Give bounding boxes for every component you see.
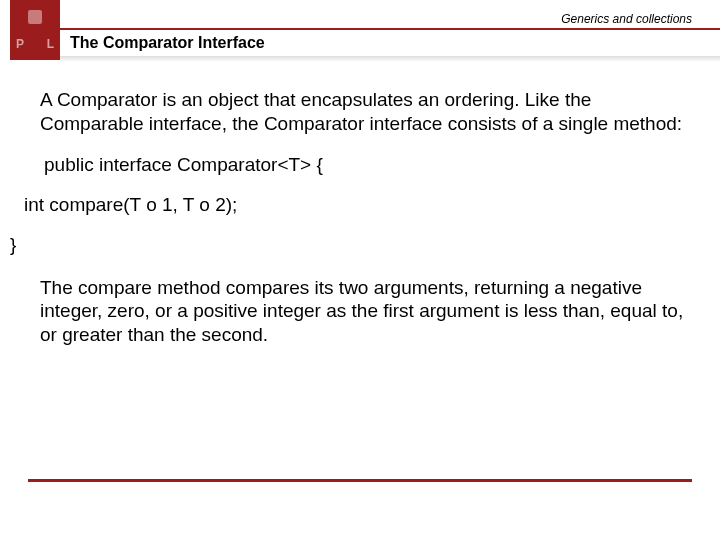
header-rule	[60, 28, 720, 30]
intro-paragraph: A Comparator is an object that encapsula…	[40, 88, 700, 136]
code-line-2: int compare(T o 1, T o 2);	[24, 194, 700, 216]
code-line-1: public interface Comparator<T> {	[44, 154, 700, 176]
slide-content: A Comparator is an object that encapsula…	[0, 88, 720, 347]
shield-icon	[28, 10, 42, 24]
code-line-3: }	[10, 234, 700, 256]
logo-letter-right: L	[47, 38, 54, 50]
logo-icon: P L	[10, 0, 60, 60]
header-shadow	[60, 56, 720, 62]
slide-title: The Comparator Interface	[70, 34, 265, 52]
footer-rule	[28, 479, 692, 482]
explanation-paragraph: The compare method compares its two argu…	[40, 276, 704, 347]
slide-header: P L Generics and collections The Compara…	[0, 0, 720, 60]
logo-letter-left: P	[16, 38, 24, 50]
slide-category: Generics and collections	[561, 12, 692, 26]
